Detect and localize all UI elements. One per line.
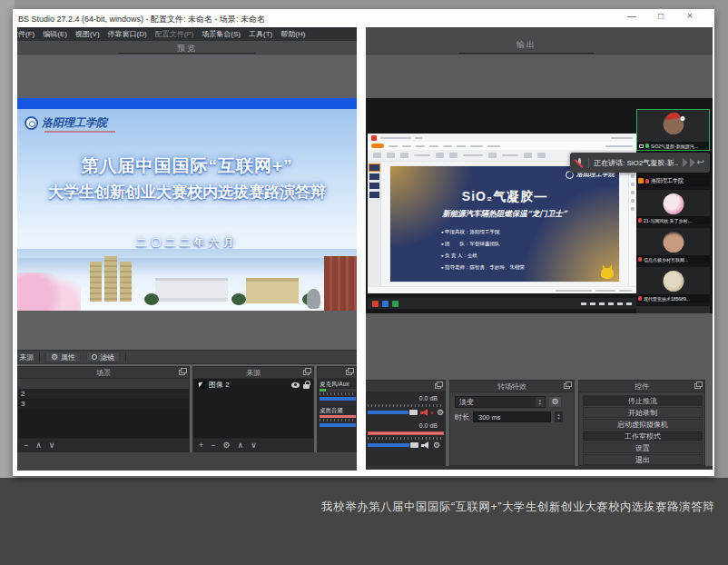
stop-streaming-button[interactable]: 停止推流 — [583, 395, 703, 406]
lock-icon[interactable] — [303, 384, 310, 389]
popout-icon[interactable] — [694, 383, 701, 389]
participant-tile[interactable]: 信息点拨乡村互联网... — [636, 228, 710, 263]
menu-file[interactable]: 文件(F) — [17, 29, 34, 39]
audio-mixer-panel: 0.0 dB × ⚙ 0.0 dB ⚙ — [366, 380, 446, 466]
mic-on-icon — [645, 144, 649, 148]
participant-name: 信息点拨乡村互联网... — [644, 257, 688, 263]
red-pavilion — [324, 256, 357, 311]
taskbar-app-icon[interactable] — [372, 301, 379, 307]
popout-icon[interactable] — [435, 383, 441, 389]
scene-down-button[interactable]: ∨ — [49, 441, 55, 450]
select-stepper[interactable]: ▴▾ — [536, 397, 545, 407]
scene-row-selected[interactable] — [18, 379, 189, 389]
transition-properties-button[interactable]: ⚙ — [548, 396, 562, 408]
menu-tools[interactable]: 工具(T) — [249, 29, 272, 39]
taskbar-app-icon[interactable] — [382, 301, 389, 307]
participant-tile-speaking[interactable]: SiO2气凝胶-新能源汽... — [636, 109, 710, 151]
visibility-eye-icon[interactable] — [291, 382, 300, 388]
properties-button[interactable]: ⚙ 属性 — [45, 352, 81, 362]
mixer-panel-header[interactable] — [366, 381, 445, 392]
slide-thumbnail[interactable] — [369, 183, 379, 189]
taskbar-app-icon[interactable] — [392, 301, 398, 307]
menu-scene-collection[interactable]: 场景集合(S) — [202, 29, 241, 39]
controls-panel-title: 控件 — [635, 382, 649, 391]
avatar — [663, 232, 684, 253]
slider-handle[interactable] — [410, 442, 418, 448]
popout-icon[interactable] — [564, 383, 570, 389]
transition-select[interactable]: 淡变 ▴▾ — [455, 396, 546, 408]
gear-icon[interactable]: ⚙ — [437, 409, 444, 417]
sources-panel-header[interactable]: 来源 — [193, 367, 313, 379]
mic-meter-ruler — [368, 404, 442, 407]
minimize-button[interactable]: — — [625, 11, 638, 21]
participant-name: 21-与网同枕 美了乡村... — [644, 218, 692, 223]
campus-tower — [120, 262, 132, 302]
source-down-button[interactable]: ∨ — [251, 441, 257, 450]
menu-profile[interactable]: 配置文件(P) — [155, 29, 194, 39]
window-titlebar: BS Studio 27.2.4 (64-bit, windows) - 配置文… — [13, 9, 714, 27]
participant-tile[interactable]: 现代雷竞技术185689... — [636, 267, 710, 302]
slider-handle[interactable] — [409, 410, 418, 415]
menu-view[interactable]: 视图(V) — [75, 29, 100, 39]
menu-edit[interactable]: 编辑(E) — [43, 29, 67, 39]
wps-file-button[interactable] — [371, 144, 384, 148]
add-source-button[interactable]: + — [199, 441, 203, 450]
source-up-button[interactable]: ∧ — [238, 441, 244, 450]
wps-side-toolbar — [628, 162, 636, 286]
scene-up-button[interactable]: ∧ — [35, 441, 42, 450]
menu-help[interactable]: 帮助(H) — [280, 29, 305, 39]
exit-button[interactable]: 退出 — [583, 454, 703, 465]
scenes-panel-header[interactable]: 场景 — [18, 367, 189, 379]
slide-title-line2: 大学生创新创业大赛校内选拔赛路演答辩 — [17, 182, 357, 203]
scene-row[interactable]: 3 — [18, 399, 189, 409]
controls-panel-header[interactable]: 控件 — [579, 381, 704, 392]
scenes-toolbar: − ∧ ∨ — [18, 438, 189, 451]
start-recording-button[interactable]: 开始录制 — [583, 407, 703, 418]
start-virtual-camera-button[interactable]: 启动虚拟摄像机 — [583, 419, 703, 430]
muted-mic-icon[interactable] — [576, 157, 584, 168]
gear-icon[interactable]: ⚙ — [433, 441, 440, 450]
desktop-level-meter — [368, 431, 444, 435]
participant-tile[interactable]: 洛阳理工学院 — [636, 175, 710, 186]
desktop-volume-slider[interactable] — [320, 423, 356, 427]
slide-thumbnail[interactable] — [369, 192, 379, 198]
close-button[interactable]: × — [684, 11, 696, 21]
participant-name: 现代雷竞技术185689... — [644, 296, 690, 302]
shared-slide-bullets: 申报高校：洛阳理工学院 团 队：军创铼鑫团队 负 责 人：仝岐 指导老师：陈智勇… — [441, 226, 525, 273]
video-frame: BS Studio 27.2.4 (64-bit, windows) - 配置文… — [0, 0, 728, 565]
audio-mixer-panel: 麦克风/Aux 桌面音频 — [317, 366, 357, 452]
filters-button[interactable]: 滤镜 — [86, 352, 120, 362]
mic-volume-slider[interactable] — [320, 397, 356, 401]
remove-source-button[interactable]: − — [211, 441, 215, 450]
duration-field[interactable]: 300 ms — [473, 411, 551, 422]
desktop-volume-slider[interactable] — [368, 443, 409, 447]
slide-thumbnail-selected[interactable] — [369, 164, 379, 171]
popout-icon[interactable] — [346, 370, 352, 375]
source-row-image2[interactable]: 图像 2 — [193, 379, 313, 391]
scene-row[interactable]: 2 — [18, 389, 189, 399]
studio-mode-button[interactable]: 工作室模式 — [583, 431, 703, 441]
mixer-panel-header[interactable] — [318, 367, 356, 379]
collapse-chevron-icon[interactable] — [690, 158, 695, 167]
popout-icon[interactable] — [303, 370, 310, 375]
tree — [231, 293, 246, 305]
duration-spinner[interactable]: ▴▾ — [555, 411, 563, 422]
source-properties-button[interactable]: ⚙ — [223, 441, 231, 450]
transitions-panel-header[interactable]: 转场特效 — [450, 381, 574, 392]
remove-scene-button[interactable]: − — [24, 441, 28, 450]
person-icon — [638, 178, 644, 183]
slide-thumbnail[interactable] — [369, 173, 379, 180]
participant-tile[interactable]: 21-与网同枕 美了乡村... — [636, 190, 710, 224]
speaking-banner: 正在讲话: SiO2气凝胶-新... ↩ — [570, 153, 710, 173]
shared-slide: 洛阳理工学院 SiO₂气凝胶— 新能源汽车隔热阻燃保温“龙门卫士” 申报高校：洛… — [389, 165, 620, 282]
collapse-chevron-icon[interactable] — [683, 158, 688, 167]
popout-icon[interactable] — [179, 370, 185, 375]
maximize-button[interactable]: □ — [654, 11, 667, 21]
mic-volume-slider[interactable] — [368, 411, 408, 414]
speaker-muted-icon[interactable] — [420, 409, 429, 417]
menu-docks[interactable]: 停靠窗口(D) — [108, 29, 147, 39]
return-arrow-icon[interactable]: ↩ — [697, 158, 704, 167]
stone-lion — [307, 289, 320, 309]
settings-button[interactable]: 设置 — [583, 442, 703, 453]
speaker-icon[interactable] — [421, 441, 430, 450]
